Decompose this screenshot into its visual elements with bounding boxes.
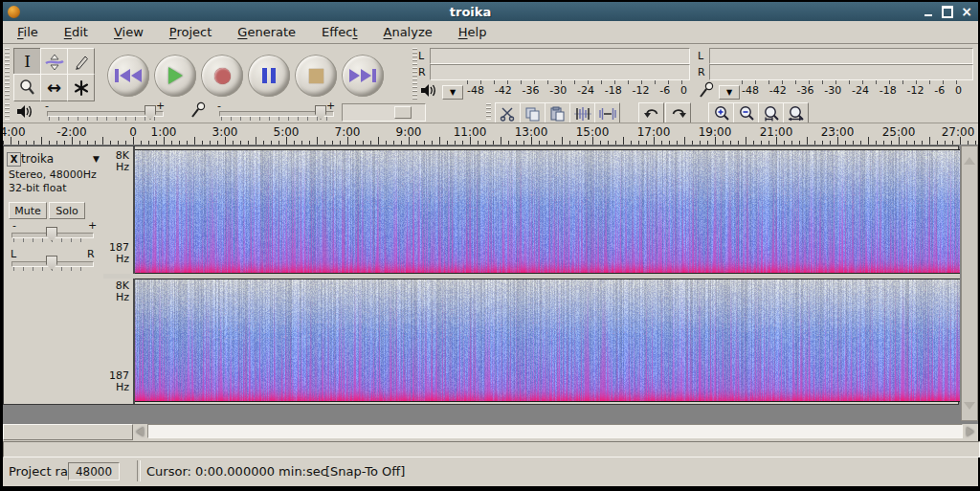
- menu-item-edit[interactable]: Edit: [53, 23, 100, 42]
- maximize-button[interactable]: [940, 5, 955, 18]
- status-bar: Project rate: 48000 Cursor: 0:00.000000 …: [3, 458, 978, 486]
- fit-selection-icon: [762, 105, 780, 122]
- output-meter-scale: -48-42-36-30-24-18-12-60: [467, 84, 687, 97]
- gain-max-label: +: [88, 219, 97, 232]
- redo-button[interactable]: [665, 102, 691, 124]
- microphone-icon[interactable]: [699, 81, 715, 99]
- copy-button[interactable]: [520, 102, 546, 124]
- pause-button[interactable]: [248, 55, 290, 97]
- input-meter-left-bar[interactable]: [709, 48, 973, 64]
- edit-toolbar-grip[interactable]: [486, 103, 491, 120]
- cut-button[interactable]: [495, 102, 521, 124]
- input-source-select[interactable]: [342, 103, 426, 122]
- spectrogram-right-canvas[interactable]: [135, 279, 960, 401]
- output-meter-left-bar[interactable]: [430, 48, 690, 64]
- undo-button[interactable]: [638, 102, 664, 124]
- track-control-panel: X troika ▼ Stereo, 48000Hz 32-bit float …: [4, 146, 103, 404]
- zoom-in-button[interactable]: [708, 102, 734, 124]
- vertical-scrollbar[interactable]: [961, 145, 978, 421]
- menu-item-project[interactable]: Project: [158, 23, 224, 42]
- draw-tool-button[interactable]: [67, 48, 95, 76]
- trim-outside-selection-button[interactable]: [569, 102, 595, 124]
- fit-project-icon: [787, 105, 805, 122]
- output-volume-slider-ticks: [49, 117, 160, 121]
- skip-to-start-button[interactable]: [107, 55, 149, 97]
- pan-right-label: R: [87, 248, 95, 260]
- meter-scale-label: -36: [523, 84, 540, 97]
- meter-scale-label: -30: [824, 84, 841, 97]
- scroll-down-arrow-icon[interactable]: [964, 402, 975, 417]
- close-button[interactable]: ×: [959, 5, 974, 18]
- record-button[interactable]: [201, 55, 243, 97]
- ruler-time-label: 3:00: [212, 125, 238, 139]
- ruler-time-label: 25:00: [882, 125, 916, 139]
- meter-scale-label: -48: [467, 84, 484, 97]
- scroll-right-arrow-icon: [967, 427, 974, 436]
- menu-item-view[interactable]: View: [102, 23, 155, 42]
- play-button[interactable]: [154, 55, 196, 97]
- horizontal-scrollbar[interactable]: [147, 424, 963, 438]
- scroll-up-arrow-icon[interactable]: [964, 149, 975, 165]
- menu-item-file[interactable]: File: [6, 23, 50, 42]
- skip-to-end-icon: [349, 69, 376, 82]
- track-workspace: X troika ▼ Stereo, 48000Hz 32-bit float …: [3, 145, 978, 424]
- spectrogram-left-canvas[interactable]: [135, 150, 960, 273]
- selection-tool-icon: I: [24, 54, 31, 70]
- dropdown-arrow-icon: ▼: [726, 88, 732, 97]
- ruler-time-label: 13:00: [515, 125, 548, 139]
- ruler-time-label: 15:00: [576, 125, 610, 139]
- meter-toolbar-grip[interactable]: [412, 48, 417, 100]
- menu-item-effect[interactable]: Effect: [310, 23, 368, 42]
- spectrogram-right-channel[interactable]: [135, 279, 960, 402]
- output-meter-dropdown[interactable]: ▼: [442, 85, 463, 100]
- meter-scale-label: -30: [549, 84, 567, 97]
- selection-tool-button[interactable]: I: [13, 48, 41, 76]
- mute-button[interactable]: Mute: [9, 202, 47, 219]
- silence-selection-button[interactable]: [594, 102, 620, 124]
- input-meter-dropdown[interactable]: ▼: [719, 85, 740, 100]
- freq-top-unit: Hz: [116, 291, 129, 303]
- paste-button[interactable]: [545, 102, 570, 124]
- ruler-time-label: 0: [129, 125, 137, 139]
- output-meter-right-label: R: [418, 66, 426, 78]
- menu-item-analyze[interactable]: Analyze: [372, 23, 444, 42]
- meter-scale-label: -24: [852, 84, 869, 97]
- skip-to-end-button[interactable]: [342, 55, 384, 97]
- project-rate-field[interactable]: 48000: [68, 462, 120, 480]
- input-source-select-button[interactable]: [394, 106, 412, 119]
- mixer-toolbar-grip[interactable]: [5, 103, 10, 120]
- fit-project-button[interactable]: [783, 102, 809, 124]
- track-close-button[interactable]: X: [7, 152, 21, 167]
- menu-item-help[interactable]: Help: [447, 23, 499, 42]
- zoom-tool-button[interactable]: [13, 74, 41, 101]
- minimize-button[interactable]: [921, 5, 936, 18]
- zoom-out-button[interactable]: [733, 102, 759, 124]
- speaker-icon[interactable]: [420, 83, 437, 98]
- multi-tool-button[interactable]: [67, 74, 95, 101]
- gain-min-label: -: [12, 219, 16, 232]
- scroll-right-button[interactable]: [963, 424, 978, 438]
- spectrogram-left-channel[interactable]: [135, 149, 960, 274]
- stop-button[interactable]: [295, 55, 337, 97]
- output-meter-right-bar[interactable]: [430, 64, 690, 80]
- input-meter-scale: -48-42-36-30-24-18-12-60: [742, 84, 962, 97]
- title-bar[interactable]: troika ×: [3, 2, 978, 21]
- redo-icon: [670, 107, 687, 121]
- app-icon[interactable]: [8, 6, 20, 18]
- meter-scale-label: -48: [742, 84, 759, 97]
- scroll-left-button[interactable]: [132, 424, 147, 438]
- ruler-time-label: 23:00: [821, 125, 855, 139]
- solo-button[interactable]: Solo: [49, 202, 85, 219]
- input-volume-slider-ticks: [221, 117, 330, 121]
- audacity-window: troika × FileEditViewProjectGenerateEffe…: [0, 0, 980, 491]
- track-title-menu[interactable]: troika ▼: [21, 152, 100, 165]
- tools-toolbar-grip[interactable]: [5, 48, 10, 100]
- meter-scale-label: -12: [633, 84, 650, 97]
- timeshift-tool-button[interactable]: ↔: [40, 74, 68, 101]
- envelope-tool-button[interactable]: [40, 48, 68, 76]
- fit-selection-button[interactable]: [758, 102, 784, 124]
- meter-scale-label: -6: [659, 84, 670, 97]
- timeshift-tool-icon: ↔: [47, 79, 61, 97]
- menu-item-generate[interactable]: Generate: [226, 23, 307, 42]
- input-meter-right-bar[interactable]: [709, 64, 973, 80]
